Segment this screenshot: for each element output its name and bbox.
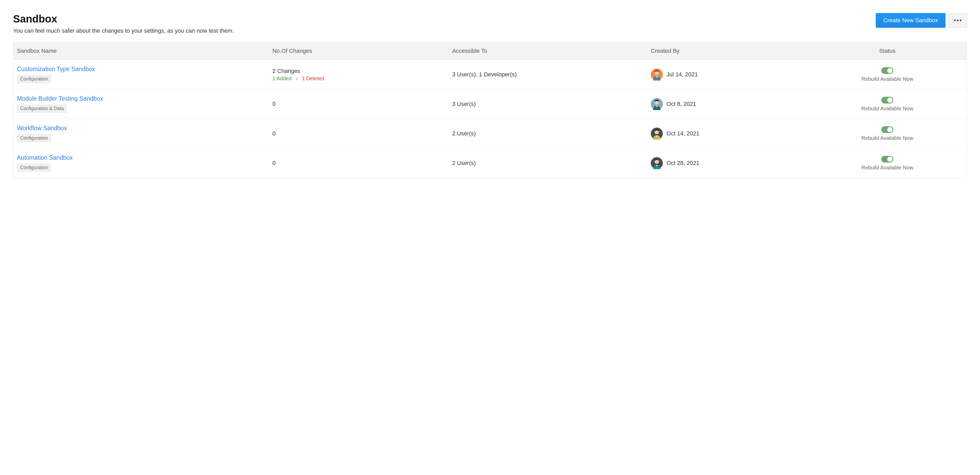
table-row: Automation Sandbox Configuration 0 2 Use… [13, 148, 967, 178]
col-header-status: Status [812, 48, 963, 54]
sandbox-name-link[interactable]: Automation Sandbox [17, 154, 272, 161]
table-row: Workflow Sandbox Configuration 0 2 User(… [13, 119, 967, 148]
sandbox-name-link[interactable]: Module Builder Testing Sandbox [17, 95, 272, 102]
page-title: Sandbox [13, 13, 876, 25]
changes-detail: 1 Added ● 1 Deleted [272, 75, 452, 81]
cell-name: Workflow Sandbox Configuration [17, 125, 272, 142]
page-subtitle: You can feel much safer about the change… [13, 27, 876, 34]
cell-changes: 2 Changes 1 Added ● 1 Deleted [272, 68, 452, 81]
col-header-created: Created By [651, 48, 812, 54]
sandbox-name-link[interactable]: Customization Type Sandbox [17, 65, 272, 73]
table-row: Module Builder Testing Sandbox Configura… [13, 89, 967, 119]
status-text: Rebuild Available Now [861, 76, 913, 82]
access-text: 2 User(s) [452, 160, 476, 166]
col-header-name: Sandbox Name [17, 48, 272, 54]
col-header-changes: No.Of Changes [272, 48, 452, 54]
cell-status: Rebuild Available Now [812, 156, 963, 171]
changes-added: 1 Added [272, 75, 291, 81]
more-icon [954, 20, 961, 21]
avatar [651, 69, 663, 81]
page-header: Sandbox You can feel much safer about th… [13, 13, 967, 34]
cell-created: Oct 14, 2021 [651, 128, 812, 140]
sandbox-tag: Configuration & Data [17, 104, 67, 113]
separator-dot: ● [296, 77, 298, 81]
created-date: Jul 14, 2021 [667, 71, 698, 78]
header-left: Sandbox You can feel much safer about th… [13, 13, 876, 34]
cell-access: 2 User(s) [452, 160, 651, 167]
create-sandbox-button[interactable]: Create New Sandbox [876, 13, 945, 28]
status-text: Rebuild Available Now [861, 105, 913, 112]
access-text: 3 User(s), 1 Developer(s) [452, 71, 517, 78]
cell-changes: 0 [272, 100, 452, 107]
changes-count: 0 [272, 130, 452, 137]
table-header: Sandbox Name No.Of Changes Accessible To… [13, 42, 967, 60]
avatar [651, 98, 663, 110]
sandbox-table: Sandbox Name No.Of Changes Accessible To… [13, 42, 967, 178]
cell-status: Rebuild Available Now [812, 97, 963, 112]
col-header-access: Accessible To [452, 48, 651, 54]
sandbox-tag: Configuration [17, 75, 51, 83]
created-date: Oct 14, 2021 [667, 130, 699, 137]
cell-status: Rebuild Available Now [812, 126, 963, 141]
cell-created: Oct 8, 2021 [651, 98, 812, 110]
cell-name: Module Builder Testing Sandbox Configura… [17, 95, 272, 113]
header-actions: Create New Sandbox [876, 13, 967, 28]
status-toggle[interactable] [881, 156, 893, 163]
cell-changes: 0 [272, 130, 452, 137]
cell-access: 3 User(s), 1 Developer(s) [452, 71, 651, 78]
changes-count: 2 Changes [272, 68, 452, 75]
created-date: Oct 28, 2021 [667, 160, 699, 167]
status-toggle[interactable] [881, 126, 893, 133]
sandbox-tag: Configuration [17, 134, 51, 142]
cell-name: Customization Type Sandbox Configuration [17, 65, 272, 83]
cell-created: Oct 28, 2021 [651, 157, 812, 169]
status-toggle[interactable] [881, 97, 893, 104]
table-row: Customization Type Sandbox Configuration… [13, 60, 967, 89]
avatar [651, 128, 663, 140]
changes-deleted: 1 Deleted [302, 75, 325, 81]
cell-status: Rebuild Available Now [812, 67, 963, 82]
access-text: 3 User(s) [452, 100, 476, 107]
more-actions-button[interactable] [949, 13, 967, 27]
status-text: Rebuild Available Now [861, 165, 913, 171]
changes-count: 0 [272, 160, 452, 167]
cell-access: 2 User(s) [452, 130, 651, 137]
access-text: 2 User(s) [452, 130, 476, 137]
cell-changes: 0 [272, 160, 452, 167]
status-text: Rebuild Available Now [861, 135, 913, 141]
avatar [651, 157, 663, 169]
table-body: Customization Type Sandbox Configuration… [13, 60, 967, 178]
sandbox-name-link[interactable]: Workflow Sandbox [17, 125, 272, 132]
cell-access: 3 User(s) [452, 100, 651, 107]
changes-count: 0 [272, 100, 452, 107]
sandbox-tag: Configuration [17, 163, 51, 172]
status-toggle[interactable] [881, 67, 893, 74]
created-date: Oct 8, 2021 [667, 100, 696, 107]
cell-name: Automation Sandbox Configuration [17, 154, 272, 172]
cell-created: Jul 14, 2021 [651, 69, 812, 81]
